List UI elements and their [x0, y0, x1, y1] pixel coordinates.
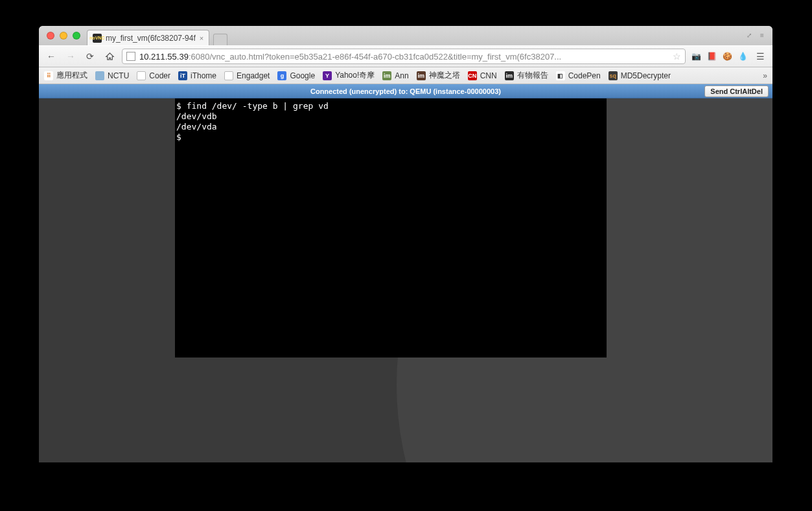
bookmarks-overflow-icon[interactable]: »: [763, 71, 767, 80]
bookmark-icon: Y: [323, 71, 332, 80]
browser-tab[interactable]: noVNC my_first_vm(6fc38207-94f ×: [87, 30, 209, 45]
bookmark-item[interactable]: iTiThome: [178, 71, 216, 80]
bookmark-item[interactable]: Coder: [137, 71, 170, 80]
tab-close-icon[interactable]: ×: [200, 34, 203, 42]
bookmark-icon: im: [417, 71, 426, 80]
browser-toolbar: ← → ⟳ 10.211.55.39:6080/vnc_auto.html?to…: [39, 45, 772, 67]
extension-icon-4[interactable]: 💧: [737, 51, 748, 62]
browser-window: noVNC my_first_vm(6fc38207-94f × ⤢ ≡ ← →…: [39, 26, 772, 462]
extension-icon-2[interactable]: 📕: [706, 51, 717, 62]
zoom-window-button[interactable]: [73, 32, 80, 40]
bookmark-icon: ⠿: [44, 71, 53, 80]
bookmark-icon: [95, 71, 104, 80]
chrome-menu-button[interactable]: ☰: [753, 49, 767, 63]
close-window-button[interactable]: [47, 32, 54, 40]
bookmark-label: 應用程式: [56, 70, 87, 81]
bookmark-label: MD5Decrypter: [621, 71, 671, 80]
bookmark-item[interactable]: ⠿應用程式: [44, 70, 87, 81]
home-button[interactable]: [102, 49, 117, 63]
send-ctrl-alt-del-button[interactable]: Send CtrlAltDel: [704, 85, 769, 97]
bookmark-item[interactable]: im有物報告: [505, 70, 548, 81]
bookmark-label: 有物報告: [517, 70, 548, 81]
bookmark-item[interactable]: YYahoo!奇摩: [323, 70, 375, 81]
bookmark-item[interactable]: im神魔之塔: [417, 70, 460, 81]
bookmark-label: NCTU: [108, 71, 129, 80]
bookmark-label: Coder: [149, 71, 170, 80]
vnc-status-text: Connected (unencrypted) to: QEMU (instan…: [310, 87, 501, 95]
extension-icon-1[interactable]: 📷: [691, 51, 701, 62]
terminal-output: $ find /dev/ -type b | grep vd /dev/vdb …: [175, 98, 607, 145]
bookmark-item[interactable]: sqMD5Decrypter: [609, 71, 671, 80]
bookmark-icon: g: [277, 71, 286, 80]
tab-strip: noVNC my_first_vm(6fc38207-94f × ⤢ ≡: [39, 26, 772, 45]
bookmark-icon: [224, 71, 233, 80]
bookmark-icon: sq: [609, 71, 618, 80]
bookmark-item[interactable]: Engadget: [224, 71, 270, 80]
bookmark-item[interactable]: ◧CodePen: [556, 71, 601, 80]
window-menu-icon[interactable]: ≡: [757, 30, 767, 40]
window-controls: [47, 26, 80, 45]
vnc-status-bar: Connected (unencrypted) to: QEMU (instan…: [39, 84, 772, 98]
bookmark-label: Yahoo!奇摩: [335, 70, 375, 81]
bookmark-label: 神魔之塔: [429, 70, 460, 81]
bookmark-star-icon[interactable]: ☆: [673, 51, 681, 62]
bookmark-icon: iT: [178, 71, 187, 80]
bookmark-icon: CN: [468, 71, 477, 80]
bookmark-label: CodePen: [568, 71, 601, 80]
bookmark-label: iThome: [191, 71, 216, 80]
url-text: 10.211.55.39:6080/vnc_auto.html?token=e5…: [139, 52, 669, 62]
forward-button[interactable]: →: [64, 49, 78, 63]
extension-icon-3[interactable]: 🍪: [722, 51, 732, 62]
back-button[interactable]: ←: [44, 49, 58, 63]
bookmark-label: Engadget: [237, 71, 270, 80]
page-icon: [126, 52, 135, 61]
fullscreen-icon[interactable]: ⤢: [744, 30, 754, 40]
vnc-canvas[interactable]: $ find /dev/ -type b | grep vd /dev/vdb …: [175, 98, 607, 358]
page-content: Connected (unencrypted) to: QEMU (instan…: [39, 84, 772, 462]
bookmarks-bar: ⠿應用程式NCTUCoderiTiThomeEngadgetgGoogleYYa…: [39, 67, 772, 84]
bookmark-item[interactable]: gGoogle: [277, 71, 315, 80]
new-tab-button[interactable]: [213, 34, 227, 45]
bookmark-icon: im: [382, 71, 391, 80]
bookmark-icon: im: [505, 71, 514, 80]
bookmark-label: CNN: [480, 71, 497, 80]
bookmark-item[interactable]: NCTU: [95, 71, 129, 80]
reload-button[interactable]: ⟳: [83, 49, 97, 63]
bookmark-icon: ◧: [556, 71, 565, 80]
bookmark-icon: [137, 71, 146, 80]
address-bar[interactable]: 10.211.55.39:6080/vnc_auto.html?token=e5…: [122, 49, 686, 64]
bookmark-label: Google: [290, 71, 315, 80]
minimize-window-button[interactable]: [60, 32, 67, 40]
bookmark-label: Ann: [395, 71, 408, 80]
tab-title: my_first_vm(6fc38207-94f: [106, 34, 196, 43]
bookmark-item[interactable]: CNCNN: [468, 71, 497, 80]
bookmark-item[interactable]: imAnn: [382, 71, 408, 80]
tab-favicon: noVNC: [93, 34, 102, 43]
